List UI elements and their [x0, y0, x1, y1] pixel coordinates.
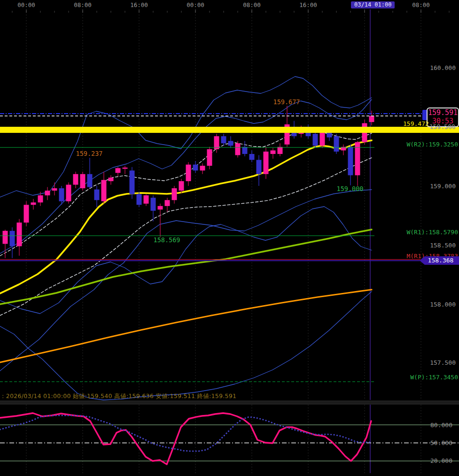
svg-text:08:00: 08:00	[243, 1, 261, 8]
svg-text:W(R1):158.5790: W(R1):158.5790	[406, 229, 458, 236]
candle-body	[235, 143, 241, 155]
level-lines	[0, 114, 459, 382]
yellow-band-price-label: 159.472	[403, 120, 426, 127]
candle-body	[242, 147, 248, 154]
candle-body	[31, 202, 36, 205]
yellow-horizontal-band	[0, 127, 459, 133]
svg-text:159.000: 159.000	[337, 185, 364, 192]
candle-body	[228, 141, 233, 146]
svg-text:158.569: 158.569	[154, 236, 180, 244]
candle-body	[24, 205, 29, 223]
candle-body	[144, 195, 149, 204]
svg-text:159.237: 159.237	[76, 150, 103, 157]
candle-body	[355, 142, 360, 176]
svg-text:W(P):157.3450: W(P):157.3450	[410, 374, 458, 381]
candle-body	[334, 136, 339, 152]
ohlc-info-bar: : 2026/03/14 01:00:00 始値:159.540 高値:159.…	[2, 392, 236, 400]
candle-body	[130, 170, 135, 194]
candle-body	[278, 147, 283, 154]
bb-wide-lower	[0, 190, 372, 371]
current-price-value: 159.591	[428, 108, 458, 117]
svg-text:20.000: 20.000	[430, 457, 452, 464]
stochastic-panel: 80.00050.00020.000	[0, 413, 459, 464]
svg-text:158.000: 158.000	[430, 301, 456, 308]
candle-body	[221, 136, 226, 143]
candle-body	[80, 174, 86, 188]
svg-text:158.500: 158.500	[430, 242, 456, 249]
svg-text:80.000: 80.000	[430, 422, 452, 429]
svg-text:157.500: 157.500	[430, 359, 456, 366]
candle-body	[193, 165, 198, 171]
candle-body	[369, 116, 374, 122]
candle-body	[264, 152, 269, 174]
candle-body	[172, 188, 177, 200]
ma-chartreuse-mid	[0, 230, 372, 304]
candle-body	[59, 188, 64, 201]
candle-body	[249, 154, 255, 160]
candle-body	[10, 231, 15, 246]
candle-body	[66, 184, 71, 201]
candle-body	[17, 223, 22, 246]
candle-body	[186, 165, 191, 181]
candle-body	[38, 195, 43, 202]
price-level-tag-158368: 158.368	[420, 256, 459, 265]
ma-orange-slow	[0, 290, 372, 362]
stochastic-signal-blue	[0, 415, 370, 451]
candle-body	[87, 174, 93, 187]
candle-body	[3, 231, 8, 244]
svg-text:159.677: 159.677	[273, 98, 300, 106]
bb-outer-lower	[0, 292, 372, 400]
candle-body	[116, 168, 121, 173]
bb-middle-slow	[0, 158, 372, 315]
candle-body	[271, 150, 276, 154]
candle-body	[207, 149, 212, 166]
ma-yellow-fast	[0, 140, 372, 293]
candle-body	[123, 168, 128, 169]
trading-chart-window: 00:0008:0016:0000:0008:0016:0008:00159.6…	[0, 0, 459, 476]
price-scale-label-159500: 159.500	[429, 123, 455, 130]
svg-text:00:00: 00:00	[17, 1, 35, 8]
candle-body	[151, 198, 156, 211]
candle-body	[165, 200, 170, 206]
candle-body	[200, 166, 205, 170]
candle-body	[348, 147, 353, 175]
indicator-overlays	[0, 77, 372, 400]
candle-body	[101, 180, 107, 201]
candle-body	[158, 206, 163, 210]
panel-divider	[0, 401, 459, 404]
svg-text:08:00: 08:00	[74, 1, 92, 8]
svg-text:16:00: 16:00	[130, 1, 148, 8]
candle-body	[45, 191, 50, 195]
svg-text:50.000: 50.000	[430, 439, 452, 446]
svg-text:16:00: 16:00	[299, 1, 317, 8]
current-time-label: 03/14 01:00	[351, 1, 395, 8]
svg-text:159.000: 159.000	[430, 183, 456, 190]
stochastic-main-pink	[0, 413, 371, 464]
candle-body	[179, 181, 184, 191]
svg-text:08:00: 08:00	[412, 1, 430, 8]
candle-body	[73, 174, 78, 185]
candle-body	[52, 188, 57, 191]
svg-text:00:00: 00:00	[187, 1, 204, 8]
svg-text:W(R2):159.3250: W(R2):159.3250	[406, 141, 458, 148]
candle-body	[137, 194, 142, 205]
candle-body	[94, 190, 100, 200]
candle-body	[313, 134, 318, 146]
svg-text:160.000: 160.000	[430, 64, 456, 71]
chart-canvas[interactable]: 00:0008:0016:0000:0008:0016:0008:00159.6…	[0, 0, 459, 476]
candle-body	[109, 177, 114, 181]
candle-body	[257, 160, 262, 174]
